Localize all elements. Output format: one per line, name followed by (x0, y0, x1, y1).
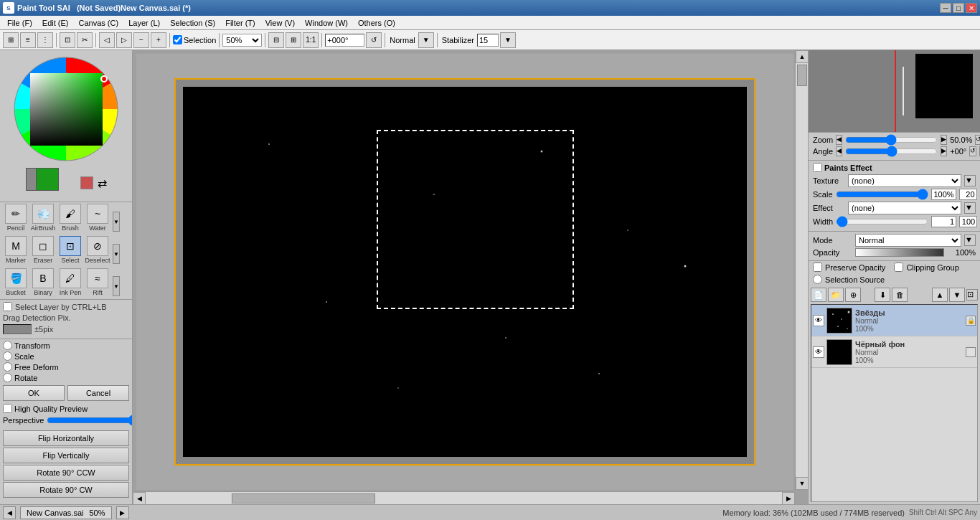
tool-water[interactable]: ~ Water (85, 204, 110, 232)
layer-item-bg[interactable]: 👁 Чёрный фон Normal 100% (811, 336, 977, 368)
menu-edit[interactable]: Edit (E) (38, 18, 73, 28)
zoom-out-btn[interactable]: − (133, 32, 149, 48)
angle-reset-btn[interactable]: ↺ (366, 32, 382, 48)
tool-eraser[interactable]: ◻ Eraser (30, 236, 56, 264)
rotate-cw-button[interactable]: Rotate 90° CW (3, 482, 129, 498)
angle-decrease-btn[interactable]: ◀ (836, 146, 842, 156)
statusbar-nav-left[interactable]: ◀ (3, 506, 16, 519)
menu-others[interactable]: Others (O) (354, 18, 400, 28)
mode-expand-btn[interactable]: ▼ (964, 235, 976, 246)
menu-layer[interactable]: Layer (L) (124, 18, 164, 28)
canvas-tab[interactable]: New Canvas.sai 50% (20, 506, 112, 519)
foreground-color-swatch[interactable] (36, 168, 59, 191)
minimize-button[interactable]: ─ (940, 3, 951, 13)
paints-effect-checkbox[interactable] (813, 163, 822, 172)
scroll-right-btn[interactable]: ▶ (782, 492, 795, 504)
drag-detect-slider[interactable] (3, 324, 32, 334)
tool-select[interactable]: ⊡ Select (57, 236, 83, 264)
zoom-1to1-btn[interactable]: 1:1 (303, 32, 319, 48)
selection-source-radio[interactable] (813, 275, 822, 284)
rotate-ccw-button[interactable]: Rotate 90° CCW (3, 465, 129, 481)
tool-airbrush[interactable]: 💨 AirBrush (30, 204, 56, 232)
toolbar-btn2[interactable]: ✂ (77, 32, 93, 48)
view-normal-btn[interactable]: ⊞ (3, 32, 19, 48)
toolbar-btn1[interactable]: ⊡ (60, 32, 75, 48)
duplicate-layer-btn[interactable]: ⊕ (845, 288, 861, 302)
statusbar-nav-right[interactable]: ▶ (116, 506, 129, 519)
black-canvas[interactable] (183, 87, 747, 457)
effect-select[interactable]: (none) (848, 202, 961, 214)
texture-select[interactable]: (none) (848, 174, 961, 187)
menu-file[interactable]: File (F) (3, 18, 37, 28)
layer-lock-bg[interactable] (966, 347, 976, 357)
tool-scroll-handle3[interactable]: ▼ (113, 276, 120, 296)
scroll-thumb-h[interactable] (232, 493, 375, 504)
angle-reset-btn[interactable]: ↺ (969, 146, 976, 156)
tool-scroll-handle[interactable]: ▼ (113, 212, 120, 232)
secondary-color-swatch[interactable] (80, 176, 93, 189)
selection-checkbox[interactable] (173, 35, 182, 44)
tool-binary[interactable]: B Binary (30, 268, 56, 296)
scroll-down-btn[interactable]: ▼ (796, 477, 808, 490)
zoom-slider[interactable] (845, 136, 938, 144)
nav-back-btn[interactable]: ◁ (99, 32, 115, 48)
tool-deselect[interactable]: ⊘ Deselect (85, 236, 110, 264)
zoom-fit-btn[interactable]: ⊟ (268, 32, 284, 48)
scale-value-input[interactable] (931, 189, 956, 200)
scroll-up-btn[interactable]: ▲ (796, 50, 808, 63)
width-slider[interactable] (836, 216, 928, 227)
delete-layer-btn[interactable]: 🗑 (892, 288, 908, 302)
merge-down-btn[interactable]: ⬇ (875, 288, 890, 302)
scale-slider[interactable] (836, 189, 928, 200)
canvas-viewport[interactable] (136, 54, 793, 490)
menu-filter[interactable]: Filter (T) (221, 18, 260, 28)
scroll-track-h[interactable] (146, 492, 782, 504)
transform-radio[interactable] (3, 341, 12, 350)
stabilizer-input[interactable] (477, 34, 499, 47)
flip-v-button[interactable]: Flip Vertically (3, 448, 129, 463)
new-layer-btn[interactable]: 📄 (811, 288, 826, 302)
clipping-group-checkbox[interactable] (894, 263, 903, 272)
mode-select[interactable]: Normal (855, 234, 961, 247)
opacity-bar[interactable] (855, 248, 944, 257)
tool-inkpen[interactable]: 🖊 Ink Pen (57, 268, 83, 296)
zoom-in-btn[interactable]: + (151, 32, 166, 48)
tool-marker[interactable]: M Marker (3, 236, 29, 264)
hq-preview-checkbox[interactable] (3, 404, 12, 413)
tool-scroll3[interactable]: ▼ (112, 276, 121, 296)
angle-slider[interactable] (845, 147, 938, 156)
new-layer-set-btn[interactable]: 📁 (828, 288, 844, 302)
zoom-select[interactable]: 50% (222, 34, 262, 47)
menu-window[interactable]: Window (W) (301, 18, 352, 28)
layer-visibility-stars[interactable]: 👁 (813, 315, 824, 326)
color-wheel-container[interactable] (11, 54, 122, 165)
menu-canvas[interactable]: Canvas (C) (75, 18, 123, 28)
menu-selection[interactable]: Selection (S) (166, 18, 220, 28)
tool-pencil[interactable]: ✏ Pencil (3, 204, 29, 232)
view-v-btn[interactable]: ⋮ (37, 32, 53, 48)
preserve-opacity-checkbox[interactable] (813, 263, 822, 272)
blend-mode-btn[interactable]: ▼ (418, 32, 434, 48)
swap-colors-btn[interactable]: ⇄ (98, 176, 107, 190)
angle-increase-btn[interactable]: ▶ (941, 146, 947, 156)
tool-scroll2[interactable]: ▼ (112, 244, 121, 264)
zoom-fill-btn[interactable]: ⊞ (286, 32, 301, 48)
close-button[interactable]: ✕ (966, 3, 977, 13)
tool-brush[interactable]: 🖌 Brush (57, 204, 83, 232)
color-wheel-svg[interactable] (11, 54, 122, 165)
tool-bucket[interactable]: 🪣 Bucket (3, 268, 29, 296)
tool-scroll[interactable]: ▼ (112, 212, 121, 232)
tool-scroll-handle2[interactable]: ▼ (113, 244, 120, 264)
nav-forward-btn[interactable]: ▷ (116, 32, 132, 48)
scroll-left-btn[interactable]: ◀ (133, 492, 146, 504)
view-h-btn[interactable]: ≡ (20, 32, 36, 48)
zoom-reset-btn[interactable]: ↺ (975, 135, 980, 145)
flip-h-button[interactable]: Flip Horizontally (3, 430, 129, 446)
scale-radio[interactable] (3, 351, 12, 361)
ok-button[interactable]: OK (3, 385, 65, 401)
select-layer-checkbox[interactable] (3, 302, 12, 311)
layer-options-btn[interactable]: ⊡ (966, 289, 978, 301)
layer-lock-stars[interactable]: 🔒 (966, 316, 976, 326)
scroll-thumb-v[interactable] (797, 65, 807, 86)
scale-num-input[interactable] (959, 189, 977, 200)
